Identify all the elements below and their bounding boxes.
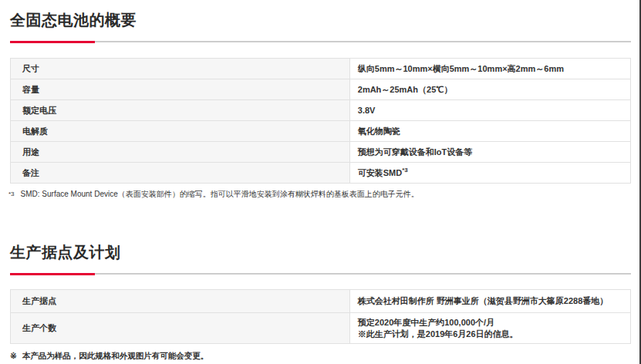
table-row: 额定电压 3.8V [11,100,631,121]
footnote-smd: *3 SMD: Surface Mount Device（表面安装部件）的缩写。… [10,189,631,199]
row-label: 电解质 [11,121,350,142]
row-value: 可安装SMD*3 [349,163,630,184]
footnote-reference: *3 [402,167,408,174]
table-row: 生产据点 株式会社村田制作所 野洲事业所（滋贺县野洲市大篠原2288番地） [11,290,631,313]
disclaimer-marker: ※ [10,350,17,361]
underline-gray-segment [10,41,631,42]
production-table: 生产据点 株式会社村田制作所 野洲事业所（滋贺县野洲市大篠原2288番地） 生产… [10,289,631,344]
row-label: 容量 [11,79,350,100]
footnote-text: SMD: Surface Mount Device（表面安装部件）的缩写。指可以… [21,189,419,199]
battery-spec-table: 尺寸 纵向5mm～10mm×横向5mm～10mm×高2mm～6mm 容量 2mA… [10,58,631,184]
table-row: 用途 预想为可穿戴设备和IoT设备等 [11,142,631,163]
title-underline [10,41,631,43]
underline-red-segment [10,273,95,275]
table-row: 容量 2mAh～25mAh（25℃） [11,79,631,100]
table-row: 电解质 氧化物陶瓷 [11,121,631,142]
underline-gray-segment [10,273,631,275]
row-label: 生产据点 [11,290,350,313]
row-value: 株式会社村田制作所 野洲事业所（滋贺县野洲市大篠原2288番地） [349,290,630,313]
row-value: 预定2020年度中生产约100,000个/月 ※此生产计划，是2019年6月26… [349,313,630,344]
disclaimer-text: 本产品为样品，因此规格和外观图片有可能会变更。 [22,350,209,361]
row-value-line: 预定2020年度中生产约100,000个/月 [358,317,622,329]
row-value-line: ※此生产计划，是2019年6月26日的信息。 [358,329,622,340]
row-label: 额定电压 [11,100,350,121]
title-underline [10,273,631,275]
table-row: 备注 可安装SMD*3 [11,163,631,184]
row-value: 纵向5mm～10mm×横向5mm～10mm×高2mm～6mm [349,59,630,79]
row-value: 氧化物陶瓷 [349,121,630,142]
page: 全固态电池的概要 尺寸 纵向5mm～10mm×横向5mm～10mm×高2mm～6… [0,0,641,364]
row-label: 备注 [11,163,350,184]
content-area: 全固态电池的概要 尺寸 纵向5mm～10mm×横向5mm～10mm×高2mm～6… [0,0,641,361]
row-value: 预想为可穿戴设备和IoT设备等 [349,142,630,163]
section-title-production: 生产据点及计划 [10,243,631,261]
sample-disclaimer: ※ 本产品为样品，因此规格和外观图片有可能会变更。 [10,350,631,361]
table-row: 生产个数 预定2020年度中生产约100,000个/月 ※此生产计划，是2019… [11,313,631,344]
row-label: 生产个数 [11,313,350,344]
table-row: 尺寸 纵向5mm～10mm×横向5mm～10mm×高2mm～6mm [11,59,631,79]
section-title-overview: 全固态电池的概要 [10,11,631,29]
row-label: 尺寸 [11,59,350,79]
row-value: 3.8V [349,100,630,121]
row-label: 用途 [11,142,350,163]
underline-red-segment [10,41,95,43]
row-value-text: 可安装SMD [358,168,402,177]
footnote-marker: *3 [8,189,15,199]
row-value: 2mAh～25mAh（25℃） [349,79,630,100]
